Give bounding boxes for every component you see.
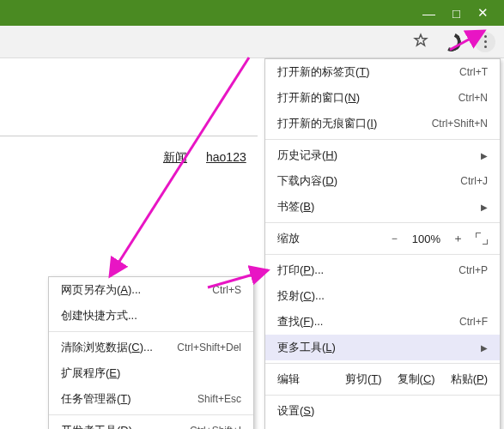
menu-downloads[interactable]: 下载内容(D) Ctrl+J [265, 168, 500, 194]
submenu-save-as[interactable]: 网页另存为(A)... Ctrl+S [49, 277, 253, 303]
submenu-task-manager[interactable]: 任务管理器(T) Shift+Esc [49, 386, 253, 412]
maximize-button[interactable]: □ [452, 6, 460, 21]
edit-copy[interactable]: 复制(C) [398, 372, 435, 387]
zoom-value: 100% [412, 233, 440, 245]
chevron-right-icon: ▶ [481, 343, 488, 353]
submenu-extensions[interactable]: 扩展程序(E) [49, 360, 253, 386]
menu-edit: 编辑 剪切(T) 复制(C) 粘贴(P) [265, 366, 500, 392]
menu-find[interactable]: 查找(F)... Ctrl+F [265, 309, 500, 335]
zoom-in-button[interactable]: ＋ [452, 231, 464, 246]
chevron-right-icon: ▶ [481, 151, 488, 160]
bookmark-star-icon[interactable] [413, 33, 428, 51]
window-titlebar: — □ ✕ [0, 0, 504, 26]
divider [0, 136, 258, 136]
edit-paste[interactable]: 粘贴(P) [451, 372, 488, 387]
nav-link-news[interactable]: 新闻 [163, 150, 187, 166]
menu-button[interactable] [475, 32, 495, 52]
submenu-dev-tools[interactable]: 开发者工具(D) Ctrl+Shift+I [49, 418, 253, 429]
menu-history[interactable]: 历史记录(H) ▶ [265, 142, 500, 168]
chevron-right-icon: ▶ [481, 202, 488, 212]
menu-bookmarks[interactable]: 书签(B) ▶ [265, 194, 500, 220]
submenu-create-shortcut[interactable]: 创建快捷方式... [49, 303, 253, 329]
profile-icon[interactable] [440, 29, 464, 53]
menu-settings[interactable]: 设置(S) [265, 398, 500, 424]
menu-more-tools[interactable]: 更多工具(L) ▶ [265, 335, 500, 360]
main-menu: 打开新的标签页(T) Ctrl+T 打开新的窗口(N) Ctrl+N 打开新的无… [264, 58, 501, 429]
annotation-arrow-icon [103, 53, 258, 285]
more-tools-submenu: 网页另存为(A)... Ctrl+S 创建快捷方式... 清除浏览数据(C)..… [48, 276, 254, 429]
menu-zoom: 缩放 － 100% ＋ [265, 226, 500, 251]
edit-cut[interactable]: 剪切(T) [345, 372, 382, 387]
browser-toolbar [0, 26, 504, 58]
svg-line-3 [110, 57, 249, 276]
close-button[interactable]: ✕ [477, 5, 489, 21]
menu-print[interactable]: 打印(P)... Ctrl+P [265, 257, 500, 283]
nav-link-hao123[interactable]: hao123 [206, 150, 246, 166]
minimize-button[interactable]: — [422, 6, 435, 21]
menu-cast[interactable]: 投射(C)... [265, 283, 500, 309]
menu-new-window[interactable]: 打开新的窗口(N) Ctrl+N [265, 85, 500, 111]
fullscreen-icon[interactable] [476, 233, 488, 245]
menu-incognito[interactable]: 打开新的无痕窗口(I) Ctrl+Shift+N [265, 111, 500, 136]
menu-help[interactable]: 帮助(E) ▶ [265, 424, 500, 429]
submenu-clear-data[interactable]: 清除浏览数据(C)... Ctrl+Shift+Del [49, 335, 253, 360]
menu-new-tab[interactable]: 打开新的标签页(T) Ctrl+T [265, 59, 500, 85]
zoom-out-button[interactable]: － [389, 231, 400, 246]
